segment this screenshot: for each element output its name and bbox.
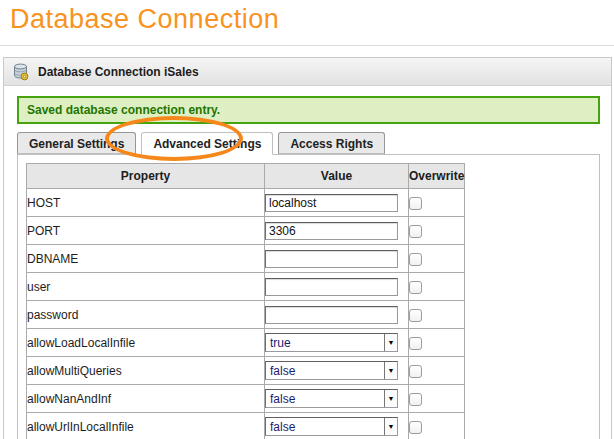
database-icon bbox=[11, 62, 30, 81]
overwrite-cell bbox=[409, 413, 465, 439]
overwrite-checkbox[interactable] bbox=[409, 421, 422, 434]
chevron-down-icon: ▼ bbox=[384, 334, 397, 351]
overwrite-checkbox[interactable] bbox=[409, 393, 422, 406]
column-header-value: Value bbox=[265, 164, 409, 189]
overwrite-cell bbox=[409, 301, 465, 329]
value-cell: false▼ bbox=[265, 385, 409, 413]
property-label: user bbox=[27, 273, 265, 301]
property-label: allowUrlInLocalInfile bbox=[27, 413, 265, 439]
overwrite-cell bbox=[409, 189, 465, 217]
table-row: allowNanAndInffalse▼ bbox=[27, 385, 465, 413]
overwrite-cell bbox=[409, 385, 465, 413]
value-select[interactable]: false▼ bbox=[265, 361, 398, 380]
select-value: false bbox=[266, 420, 384, 434]
value-input[interactable] bbox=[265, 194, 398, 212]
value-cell bbox=[265, 245, 409, 273]
property-label: PORT bbox=[27, 217, 265, 245]
value-input[interactable] bbox=[265, 306, 398, 324]
overwrite-checkbox[interactable] bbox=[409, 225, 422, 238]
column-header-property: Property bbox=[27, 164, 265, 189]
select-value: false bbox=[266, 392, 384, 406]
tab-advanced-settings[interactable]: Advanced Settings bbox=[141, 132, 273, 155]
overwrite-cell bbox=[409, 217, 465, 245]
property-label: DBNAME bbox=[27, 245, 265, 273]
value-cell: false▼ bbox=[265, 357, 409, 385]
value-input[interactable] bbox=[265, 250, 398, 268]
tab-general-settings[interactable]: General Settings bbox=[17, 132, 136, 154]
column-header-overwrite: Overwrite bbox=[409, 164, 465, 189]
tab-access-rights[interactable]: Access Rights bbox=[278, 132, 385, 154]
chevron-down-icon: ▼ bbox=[384, 390, 397, 407]
title-divider bbox=[0, 45, 614, 46]
value-select[interactable]: true▼ bbox=[265, 333, 398, 352]
panel-header: Database Connection iSales bbox=[4, 58, 611, 86]
table-row: allowMultiQueriesfalse▼ bbox=[27, 357, 465, 385]
table-row: HOST bbox=[27, 189, 465, 217]
tab-bar: General Settings Advanced Settings Acces… bbox=[17, 132, 600, 154]
value-cell: true▼ bbox=[265, 329, 409, 357]
table-row: password bbox=[27, 301, 465, 329]
table-row: user bbox=[27, 273, 465, 301]
select-value: false bbox=[266, 364, 384, 378]
value-input[interactable] bbox=[265, 278, 398, 296]
table-row: PORT bbox=[27, 217, 465, 245]
tab-content-advanced-settings: Property Value Overwrite HOSTPORTDBNAMEu… bbox=[17, 154, 600, 439]
property-label: allowMultiQueries bbox=[27, 357, 265, 385]
overwrite-checkbox[interactable] bbox=[409, 365, 422, 378]
value-cell bbox=[265, 217, 409, 245]
property-label: allowNanAndInf bbox=[27, 385, 265, 413]
overwrite-checkbox[interactable] bbox=[409, 337, 422, 350]
property-label: allowLoadLocalInfile bbox=[27, 329, 265, 357]
overwrite-cell bbox=[409, 245, 465, 273]
panel-title: Database Connection iSales bbox=[38, 65, 199, 79]
page-title: Database Connection bbox=[10, 4, 279, 35]
overwrite-checkbox[interactable] bbox=[409, 197, 422, 210]
table-row: DBNAME bbox=[27, 245, 465, 273]
value-select[interactable]: false▼ bbox=[265, 417, 398, 436]
overwrite-cell bbox=[409, 357, 465, 385]
overwrite-checkbox[interactable] bbox=[409, 309, 422, 322]
success-message: Saved database connection entry. bbox=[17, 96, 600, 124]
panel-body: Saved database connection entry. General… bbox=[4, 86, 611, 439]
chevron-down-icon: ▼ bbox=[384, 418, 397, 435]
select-value: true bbox=[266, 336, 384, 350]
value-cell bbox=[265, 189, 409, 217]
properties-table: Property Value Overwrite HOSTPORTDBNAMEu… bbox=[26, 163, 465, 439]
value-select[interactable]: false▼ bbox=[265, 389, 398, 408]
overwrite-cell bbox=[409, 329, 465, 357]
value-cell: false▼ bbox=[265, 413, 409, 439]
table-row: allowUrlInLocalInfilefalse▼ bbox=[27, 413, 465, 439]
overwrite-checkbox[interactable] bbox=[409, 253, 422, 266]
overwrite-checkbox[interactable] bbox=[409, 281, 422, 294]
overwrite-cell bbox=[409, 273, 465, 301]
table-row: allowLoadLocalInfiletrue▼ bbox=[27, 329, 465, 357]
value-input[interactable] bbox=[265, 222, 398, 240]
table-header-row: Property Value Overwrite bbox=[27, 164, 465, 189]
property-label: password bbox=[27, 301, 265, 329]
chevron-down-icon: ▼ bbox=[384, 362, 397, 379]
database-connection-panel: Database Connection iSales Saved databas… bbox=[3, 57, 612, 439]
value-cell bbox=[265, 273, 409, 301]
property-label: HOST bbox=[27, 189, 265, 217]
value-cell bbox=[265, 301, 409, 329]
